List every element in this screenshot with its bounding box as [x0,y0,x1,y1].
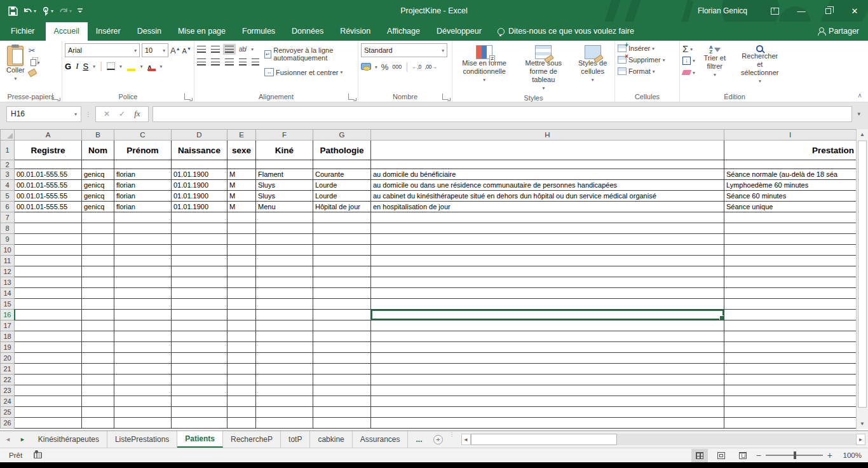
add-sheet-button[interactable]: + [430,431,447,448]
cell-I12[interactable] [724,266,857,277]
wrap-text-button[interactable]: ↵ Renvoyer à la ligne automatiquement [264,46,355,62]
cell-F16[interactable] [256,310,313,320]
cell-I15[interactable] [724,299,857,310]
cell-C25[interactable] [114,407,172,418]
shrink-font-icon[interactable]: A▼ [182,46,191,55]
cell-G1[interactable]: Pathologie [313,141,371,160]
restore-button[interactable] [815,0,841,22]
cell-G16[interactable] [313,310,371,320]
cell-I6[interactable]: Séance unique [724,202,857,212]
cell-G25[interactable] [313,407,371,418]
sheet-tab-kinesitherapeutes[interactable]: Kinésithérapeutes [31,431,107,448]
cell-D2[interactable] [172,160,227,169]
cell-E11[interactable] [227,256,256,266]
row-header-3[interactable]: 3 [1,169,15,180]
cell-E2[interactable] [227,160,256,169]
cell-B23[interactable] [82,385,114,396]
zoom-in-icon[interactable]: + [827,450,832,460]
tell-me-box[interactable]: Dites-nous ce que vous voulez faire [490,22,642,41]
cell-C16[interactable] [114,310,172,320]
cell-E22[interactable] [227,375,256,385]
align-center-icon[interactable] [211,59,220,65]
cell-I20[interactable] [724,353,857,364]
cell-F4[interactable]: Sluys [256,180,313,191]
cell-E23[interactable] [227,385,256,396]
cancel-icon[interactable]: ✕ [104,109,110,118]
row-header-4[interactable]: 4 [1,180,15,191]
delete-cells-button[interactable]: Supprimer▾ [618,56,665,64]
cell-F6[interactable]: Menu [256,202,313,212]
font-dialog-launcher-icon[interactable] [184,93,191,100]
collapse-ribbon-icon[interactable]: ˄ [858,92,862,99]
minimize-button[interactable]: — [788,0,815,22]
cell-G4[interactable]: Lourde [313,180,371,191]
font-color-icon[interactable]: A [147,62,156,71]
cell-C11[interactable] [114,256,172,266]
cell-B7[interactable] [82,212,114,223]
cell-F24[interactable] [256,396,313,407]
cell-F25[interactable] [256,407,313,418]
decrease-indent-icon[interactable] [239,59,247,65]
cell-E6[interactable]: M [227,202,256,212]
cell-D3[interactable]: 01.01.1900 [172,169,227,180]
cell-E8[interactable] [227,223,256,234]
tab-splitter[interactable]: ⋮ [449,431,455,448]
cell-I11[interactable] [724,256,857,266]
cell-G26[interactable] [313,418,371,429]
cell-E1[interactable]: sexe [227,141,256,160]
row-header-10[interactable]: 10 [1,245,15,256]
cell-A14[interactable] [15,288,82,299]
cell-D1[interactable]: Naissance [172,141,227,160]
cell-H19[interactable] [371,342,724,353]
cell-D17[interactable] [172,320,227,331]
cell-F11[interactable] [256,256,313,266]
normal-view-button[interactable] [691,449,708,462]
cell-B20[interactable] [82,353,114,364]
insert-cells-button[interactable]: Insérer▾ [618,45,654,52]
cell-H10[interactable] [371,245,724,256]
cell-G11[interactable] [313,256,371,266]
tab-revision[interactable]: Révision [332,22,379,41]
borders-icon[interactable] [107,62,115,70]
align-middle-icon[interactable] [211,46,220,53]
cell-H20[interactable] [371,353,724,364]
cell-E10[interactable] [227,245,256,256]
cell-I4[interactable]: Lymphoedème 60 minutes [724,180,857,191]
cell-C4[interactable]: florian [114,180,172,191]
cell-A18[interactable] [15,331,82,342]
tab-fichier[interactable]: Fichier [0,22,46,41]
cell-D20[interactable] [172,353,227,364]
row-header-23[interactable]: 23 [1,385,15,396]
cell-B2[interactable] [82,160,114,169]
cell-H24[interactable] [371,396,724,407]
cell-D13[interactable] [172,277,227,288]
tab-formules[interactable]: Formules [234,22,283,41]
cell-B14[interactable] [82,288,114,299]
cell-G8[interactable] [313,223,371,234]
row-header-21[interactable]: 21 [1,364,15,375]
cell-I1[interactable]: Prestation [724,141,857,160]
cell-F9[interactable] [256,234,313,245]
row-header-13[interactable]: 13 [1,277,15,288]
cell-F8[interactable] [256,223,313,234]
column-header-I[interactable]: I [724,130,857,141]
percent-style-icon[interactable]: % [381,62,389,72]
share-button[interactable]: Partager [808,22,868,41]
font-name-combo[interactable]: Arial▾ [65,43,140,57]
cell-H6[interactable]: en hospitalisation de jour [371,202,724,212]
cell-G24[interactable] [313,396,371,407]
cell-B8[interactable] [82,223,114,234]
cell-F22[interactable] [256,375,313,385]
cell-I22[interactable] [724,375,857,385]
align-right-icon[interactable] [225,59,234,65]
cell-E24[interactable] [227,396,256,407]
cell-F21[interactable] [256,364,313,375]
cell-I7[interactable] [724,212,857,223]
clipboard-dialog-launcher-icon[interactable] [52,93,58,100]
cell-C12[interactable] [114,266,172,277]
name-box[interactable]: H16▾ [6,106,81,122]
cell-C2[interactable] [114,160,172,169]
cell-I23[interactable] [724,385,857,396]
row-header-7[interactable]: 7 [1,212,15,223]
cell-E14[interactable] [227,288,256,299]
